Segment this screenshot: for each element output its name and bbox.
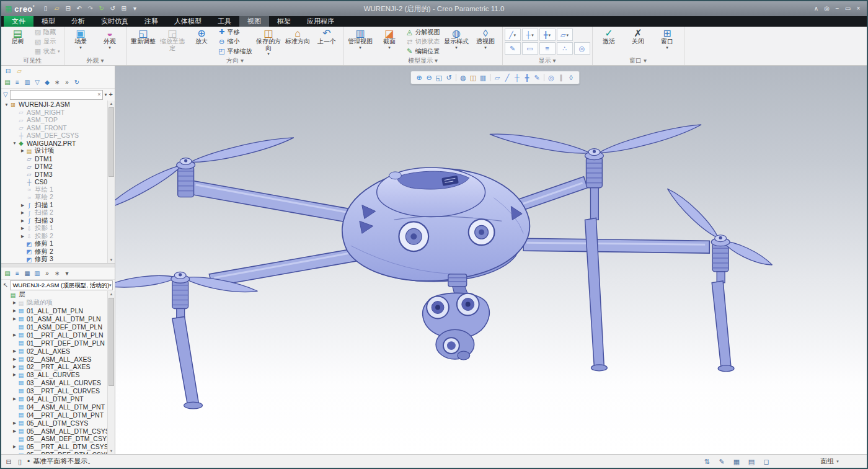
spin-center-button[interactable]: ◎ <box>546 72 556 83</box>
tree-item[interactable]: ◩修剪 2 <box>1 248 108 256</box>
tree-item[interactable]: ▱DTM3 <box>1 171 108 179</box>
layer-item[interactable]: ▶▤05_ALL_DTM_CSYS <box>1 419 108 427</box>
tab-5[interactable]: 注释 <box>136 16 166 27</box>
display-style-button[interactable]: ◍ <box>458 72 468 83</box>
tree-item[interactable]: ┼ASM_DEF_CSYS <box>1 132 108 140</box>
ribbon-group-label[interactable]: 显示 ▾ <box>505 57 590 65</box>
graphics-area[interactable]: ⊕⊖◱↺◍◫▥▱╱┼╋✎◎∥◊ <box>115 66 867 454</box>
layer-item[interactable]: ▤04__ASM_ALL_DTM_PNT <box>1 403 108 411</box>
manage-views-button[interactable]: ▥管理视图▾ <box>346 27 375 50</box>
layer-item[interactable]: ▶▤01_ALL_DTM_PLN <box>1 307 108 315</box>
status-button[interactable]: ▦状态▾ <box>32 47 62 56</box>
layer-item[interactable]: ▶▤03_ALL_CURVES <box>1 371 108 379</box>
save-button[interactable]: ⊟ <box>63 4 73 14</box>
tree-item[interactable]: ▶∫扫描 3 <box>1 217 108 225</box>
ribbon-group-label[interactable]: 方向 ▾ <box>129 57 342 65</box>
regenerate-button[interactable]: ↻ <box>97 4 106 14</box>
browser-toggle-button[interactable]: ▯ <box>16 458 24 465</box>
tree-item[interactable]: ▶▤设计项 <box>1 147 108 155</box>
status-table-button[interactable]: ▤ <box>747 458 756 465</box>
layer-item[interactable]: ▤01__PRT_DEF_DTM_PLN <box>1 339 108 347</box>
expander-icon[interactable]: ▼ <box>12 141 17 145</box>
minimize-button[interactable]: − <box>833 4 842 14</box>
status-arrows-button[interactable]: ⇅ <box>702 458 711 465</box>
refresh-button[interactable]: ↺ <box>108 4 117 14</box>
standard-orientation-button[interactable]: ⌂标准方向 <box>283 27 312 45</box>
pin-button[interactable]: ◆ <box>43 78 51 87</box>
layer-item[interactable]: ▶▤02_ALL_AXES <box>1 347 108 355</box>
selection-filter-combo[interactable]: 面组 ▾ <box>802 457 857 467</box>
chevron-down-icon[interactable]: ▾ <box>109 283 112 288</box>
expander-icon[interactable]: ▶ <box>12 421 17 426</box>
notes-display-toggle[interactable]: ≡ <box>539 42 556 55</box>
layer-item[interactable]: ▶▤隐藏的项 <box>1 299 108 307</box>
layer-item[interactable]: ▶▤05__PRT_ALL_DTM_CSYS <box>1 443 108 451</box>
layer-tree-scrollbar[interactable]: ▲ ▼ <box>107 291 115 454</box>
tree-item[interactable]: ┼CS0 <box>1 178 108 186</box>
tree-item[interactable]: ▱DTM1 <box>1 155 108 163</box>
clear-icon[interactable]: × <box>97 92 100 97</box>
scroll-thumb[interactable] <box>108 298 114 386</box>
list-view-button[interactable]: ≡ <box>13 78 22 87</box>
expander-icon[interactable]: ▶ <box>12 349 17 354</box>
spin-center-display-toggle[interactable]: ◎ <box>574 42 590 55</box>
status-grid-button[interactable]: ▦ <box>732 458 741 465</box>
scroll-up-icon[interactable]: ▲ <box>108 291 115 297</box>
zoom-in-button[interactable]: ⊕放大 <box>187 27 216 45</box>
tree-item[interactable]: ▶⇩投影 1 <box>1 225 108 233</box>
tree-item[interactable]: ▱DTM2 <box>1 163 108 171</box>
expander-icon[interactable]: ▶ <box>20 148 25 153</box>
expander-icon[interactable]: ▶ <box>12 444 17 449</box>
expander-icon[interactable]: ▶ <box>20 234 25 239</box>
ribbon-group-label[interactable]: 外观 ▾ <box>66 57 125 65</box>
tree-search-box[interactable]: × <box>10 90 103 100</box>
symbol-display-toggle[interactable]: ∴ <box>557 42 573 55</box>
expander-icon[interactable]: ▶ <box>20 203 25 208</box>
open-button[interactable]: ▱ <box>52 4 61 14</box>
perspective-button[interactable]: ◊透视图▾ <box>471 27 500 50</box>
activate-button[interactable]: ✓激活 <box>595 27 624 45</box>
saved-orientations-button[interactable]: ◫ <box>468 72 478 83</box>
collapse-button[interactable]: ∧ <box>812 4 821 14</box>
annotation-display-toggle[interactable]: ✎ <box>505 42 521 55</box>
switch-state-button[interactable]: ⇄切换状态 <box>404 37 442 47</box>
scroll-down-icon[interactable]: ▼ <box>108 448 115 454</box>
tree-item[interactable]: ▶∫扫描 1 <box>1 202 108 210</box>
point-display-button[interactable]: ┼ <box>512 72 522 83</box>
tab-1[interactable]: 文件 <box>4 16 33 27</box>
redo-button[interactable]: ↷ <box>86 4 95 14</box>
drone-model[interactable] <box>115 66 867 454</box>
previous-view-button[interactable]: ↶上一个 <box>312 27 342 45</box>
panel-splitter[interactable] <box>1 263 115 267</box>
layer-item[interactable]: ▶▤05__ASM_ALL_DTM_CSYS <box>1 427 108 435</box>
layer-item[interactable]: ▤01_ASM_DEF_DTM_PLN <box>1 323 108 331</box>
settings-button[interactable]: ∗ <box>53 269 61 278</box>
tree-item[interactable]: ▶⇩投影 2 <box>1 233 108 241</box>
saved-orientation-button[interactable]: ◫保存的方向▾ <box>254 27 283 56</box>
layer-item[interactable]: ▤层 <box>1 291 108 299</box>
zoom-out-button[interactable]: ⊖ <box>424 72 434 83</box>
layer-item[interactable]: ▶▤04_ALL_DTM_PNT <box>1 395 108 403</box>
model-tree-button[interactable]: ▤ <box>3 78 12 87</box>
edit-position-button[interactable]: ✎编辑位置 <box>404 47 442 56</box>
axis-display-toggle[interactable]: ╱▾ <box>505 29 521 41</box>
expander-icon[interactable]: ▶ <box>12 429 17 434</box>
restore-button[interactable]: ▭ <box>843 4 852 14</box>
status-brush-button[interactable]: ✎ <box>717 458 726 465</box>
zoom-in-button[interactable]: ⊕ <box>414 72 424 83</box>
customize-button[interactable]: ▾ <box>130 4 140 14</box>
windows-button[interactable]: ⊞窗口▾ <box>653 27 682 50</box>
appearance-button[interactable]: ◒外观▾ <box>95 27 125 50</box>
layer-item[interactable]: ▤05__ASM_DEF_DTM_CSYS <box>1 435 108 443</box>
folder-tab-button[interactable]: ▱ <box>15 66 24 76</box>
designate-display-toggle[interactable]: ▭ <box>522 42 538 55</box>
scroll-down-icon[interactable]: ▼ <box>108 257 115 263</box>
expander-icon[interactable]: ▶ <box>12 364 17 369</box>
tab-2[interactable]: 模型 <box>33 16 63 27</box>
chevrons-button[interactable]: » <box>43 269 51 278</box>
zoom-selected-button[interactable]: ◲缩放至选定 <box>158 27 187 51</box>
ribbon-group-label[interactable]: 模型显示 ▾ <box>346 57 500 65</box>
undo-button[interactable]: ↶ <box>74 4 84 14</box>
scroll-thumb[interactable] <box>108 107 114 177</box>
pan-zoom-button[interactable]: ◰平移缩放 <box>216 47 254 56</box>
